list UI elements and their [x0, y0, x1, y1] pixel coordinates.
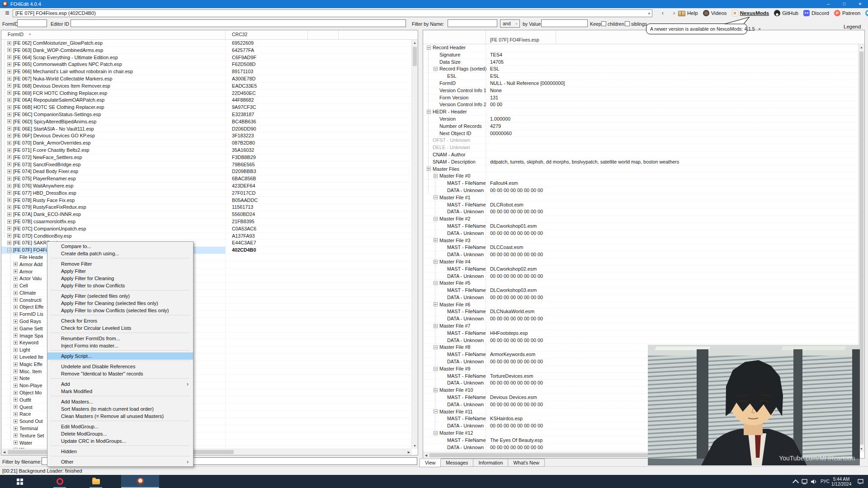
detail-row[interactable]: HEDR - Header: [423, 108, 859, 116]
detail-row[interactable]: SignatureTES4: [423, 52, 859, 59]
tree-row[interactable]: [FE 062] ComMoisturizer_GlowPatch.esp695…: [1, 40, 412, 47]
language-indicator[interactable]: РУС: [819, 475, 831, 488]
tree-row[interactable]: [FE 06D] SpicyAlteredBipedAnims.espBC4BB…: [1, 118, 412, 126]
detail-row[interactable]: DATA - Unknown00 00 00 00 00 00 00 00: [423, 187, 859, 194]
tree-row[interactable]: [FE 069] FCR HOTC Clothing Replacer.esp2…: [1, 90, 412, 97]
detail-row[interactable]: MAST - FileNameDLCCoast.esm: [423, 244, 859, 251]
toolbar-link[interactable]: Help: [678, 10, 698, 16]
expand-icon[interactable]: [7, 113, 11, 117]
tree-row[interactable]: [FE 07A] Dank_ECO-INNR.esp5560BD24: [1, 211, 412, 218]
taskbar-fo4edit-button[interactable]: [121, 475, 159, 488]
detail-row[interactable]: MAST - FileNameFallout4.esm: [423, 180, 859, 187]
toolbar-link[interactable]: Ko-Fi: [865, 10, 868, 16]
context-menu-item[interactable]: Apply Filter: [47, 267, 193, 275]
context-menu-item[interactable]: Add: [47, 380, 193, 388]
context-menu-item[interactable]: Inject Forms into master...: [47, 342, 193, 349]
detail-row[interactable]: MAST - FileNameDLCRobot.esm: [423, 202, 859, 209]
formid-input[interactable]: [17, 19, 47, 27]
detail-row[interactable]: FormIDNULL - Null Reference [00000000]: [423, 80, 859, 87]
expand-icon[interactable]: [7, 119, 11, 123]
detail-row[interactable]: Data Size14705: [423, 59, 859, 66]
expand-icon[interactable]: [14, 298, 18, 302]
expand-icon[interactable]: [427, 167, 431, 171]
close-button[interactable]: ✕: [852, 0, 868, 8]
expand-icon[interactable]: [427, 46, 431, 50]
context-menu-item[interactable]: Update CRC in ModGroups...: [47, 437, 193, 445]
clock[interactable]: 5:44 AM 1/12/2024: [831, 475, 852, 488]
expand-icon[interactable]: [434, 302, 438, 306]
context-menu-item[interactable]: Remove "Identical to Master" records: [47, 370, 193, 377]
detail-row[interactable]: Version1.000000: [423, 116, 859, 123]
context-menu-item[interactable]: Apply Filter for Cleaning (selected file…: [47, 300, 193, 307]
crc32-column-header[interactable]: CRC32: [232, 32, 247, 37]
context-menu-item[interactable]: Renumber FormIDs from...: [47, 335, 193, 342]
toolbar-link[interactable]: NexusMods: [732, 10, 769, 16]
expand-icon[interactable]: [434, 195, 438, 199]
expand-icon[interactable]: [434, 281, 438, 285]
detail-row[interactable]: DATA - Unknown00 00 00 00 00 00 00 00: [423, 230, 859, 237]
expand-icon[interactable]: [14, 284, 18, 288]
editorid-input[interactable]: [71, 19, 406, 27]
expand-icon[interactable]: [7, 141, 11, 145]
expand-icon[interactable]: [7, 55, 11, 59]
detail-row[interactable]: Master File #0: [423, 173, 859, 180]
context-menu-item[interactable]: Apply Script...: [47, 352, 193, 360]
expand-icon[interactable]: [434, 67, 438, 71]
close-icon[interactable]: ×: [758, 26, 761, 32]
expand-icon[interactable]: [14, 291, 18, 295]
detail-row[interactable]: Master File #1: [423, 194, 859, 202]
expand-icon[interactable]: [7, 184, 11, 188]
tree-row[interactable]: [FE 06B] HOTC SE Clothing Replacer.esp9A…: [1, 104, 412, 111]
detail-row[interactable]: Number of Records4279: [423, 123, 859, 130]
expand-icon[interactable]: [7, 41, 11, 45]
context-menu-item[interactable]: Other: [47, 458, 193, 465]
tab[interactable]: Messages: [440, 459, 473, 467]
expand-icon[interactable]: [7, 105, 11, 109]
expand-icon[interactable]: [434, 388, 438, 392]
taskbar-explorer-button[interactable]: [83, 475, 108, 488]
tree-row[interactable]: [FE 066] Mechanist's Lair without robobr…: [1, 68, 412, 75]
context-menu-item[interactable]: Check for Errors: [47, 317, 193, 324]
toolbar-link[interactable]: Patreon: [834, 10, 860, 16]
detail-row[interactable]: DATA - Unknown00 00 00 00 00 00 00 00: [423, 208, 859, 216]
detail-row[interactable]: Master File #7: [423, 323, 859, 330]
detail-row[interactable]: Next Object ID00000060: [423, 130, 859, 137]
detail-row[interactable]: OFST - Unknown: [423, 137, 859, 144]
detail-row[interactable]: Master File #6: [423, 301, 859, 309]
volume-tray-icon[interactable]: [809, 475, 818, 488]
plugin-selector[interactable]: [FE 07F] FO4Fixes.esp (402CD4B0) ▾: [13, 9, 652, 17]
tree-row[interactable]: [FE 067] Nuka-World Collectable Markers.…: [1, 75, 412, 83]
context-menu-item[interactable]: Delete ModGroups...: [47, 430, 193, 437]
tree-row[interactable]: [FE 071] F.core Chastity Belts2.esp35A16…: [1, 147, 412, 154]
expand-icon[interactable]: [14, 376, 18, 380]
expand-icon[interactable]: [14, 369, 18, 373]
context-menu-item[interactable]: Hidden: [47, 448, 193, 455]
expand-icon[interactable]: [7, 70, 11, 74]
expand-icon[interactable]: [434, 238, 438, 242]
detail-row[interactable]: Master File #5: [423, 280, 859, 287]
expand-icon[interactable]: [7, 77, 11, 81]
tree-row[interactable]: [FE 06A] RepopulateSalemOARPatch.esp44F8…: [1, 97, 412, 104]
expand-icon[interactable]: [7, 84, 11, 88]
detail-row[interactable]: Master File #3: [423, 237, 859, 244]
expand-icon[interactable]: [7, 134, 11, 138]
expand-icon[interactable]: [7, 148, 11, 152]
context-menu-item[interactable]: Remove Filter: [47, 260, 193, 267]
expand-icon[interactable]: [14, 398, 18, 402]
maximize-button[interactable]: □: [836, 0, 852, 8]
tree-row[interactable]: [FE 06C] CompanionStatus-Settings.espE32…: [1, 111, 412, 118]
filter-name-input[interactable]: [448, 19, 497, 27]
expand-icon[interactable]: [14, 362, 18, 366]
expand-icon[interactable]: [7, 226, 11, 230]
detail-column-header[interactable]: [FE 07F] FO4Fixes.esp: [423, 30, 864, 44]
detail-row[interactable]: DATA - Unknown00 00 00 00 00 00 00 00: [423, 337, 859, 344]
detail-row[interactable]: DATA - Unknown00 00 00 00 00 00 00 00: [423, 273, 859, 280]
start-button[interactable]: [11, 475, 29, 488]
detail-row[interactable]: CNAM - Author: [423, 151, 859, 159]
tree-row[interactable]: [FE 074] Dead Body Fixer.espD209BBB3: [1, 168, 412, 175]
context-menu-item[interactable]: Mark Modified: [47, 388, 193, 395]
detail-row[interactable]: Version Control Info 1None: [423, 87, 859, 94]
formid-column-header[interactable]: FormID: [8, 32, 24, 37]
detail-row[interactable]: Record Header: [423, 44, 859, 52]
tree-row[interactable]: [FE 065] Commonwealth Captives NPC Patch…: [1, 61, 412, 68]
